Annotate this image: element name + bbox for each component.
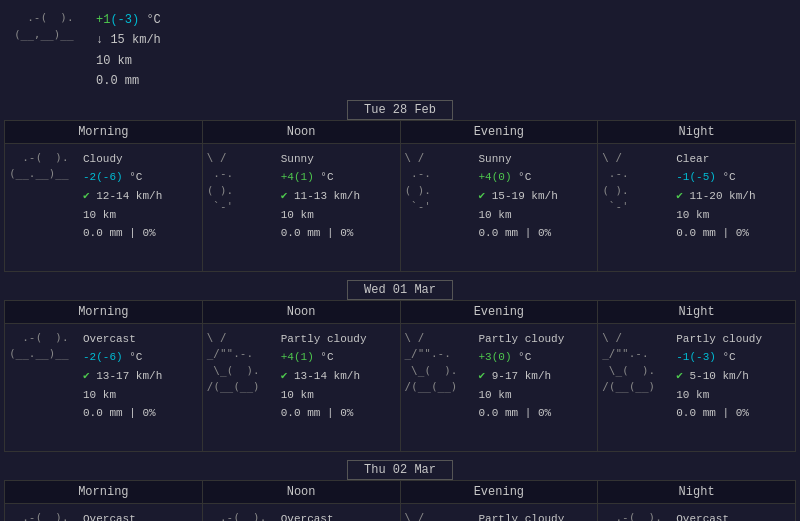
period-header-0-3: Night <box>598 121 795 144</box>
periods-row-2: Morning .-( ). (__.__)__Overcast1 °C✔ 1 … <box>4 480 796 521</box>
weather-app: .-( ). (__,__)__ +1(-3) °C ↓ 15 km/h 10 … <box>0 0 800 521</box>
condition-0-0: Cloudy <box>83 150 198 169</box>
temp-lo-1-2: (0) <box>492 351 512 363</box>
period-cell-1-2: Evening\ / _/"".-. \_( ). /(__(__)Partly… <box>401 301 599 451</box>
period-cell-0-0: Morning .-( ). (__.__)__Cloudy-2(-6) °C✔… <box>5 121 203 271</box>
temp-hi-1-3: -1 <box>676 351 689 363</box>
period-header-0-0: Morning <box>5 121 202 144</box>
ascii-art-1-3: \ / _/"".-. \_( ). /(__(__) <box>602 330 672 423</box>
period-header-1-0: Morning <box>5 301 202 324</box>
periods-row-1: Morning .-( ). (__.__)__Overcast-2(-6) °… <box>4 300 796 452</box>
temp-lo-0-1: (1) <box>294 171 314 183</box>
wind-check-0-1: ✔ <box>281 190 294 202</box>
period-content-1-1: \ / _/"".-. \_( ). /(__(__)Partly cloudy… <box>203 324 400 429</box>
temp-hi-1-2: +3 <box>479 351 492 363</box>
period-content-2-0: .-( ). (__.__)__Overcast1 °C✔ 1 km/h10 k… <box>5 504 202 521</box>
condition-0-2: Sunny <box>479 150 594 169</box>
precip-0-3: 0.0 mm | 0% <box>676 224 791 243</box>
period-header-2-3: Night <box>598 481 795 504</box>
wind-check-1-1: ✔ <box>281 370 294 382</box>
top-temp-lo: (-3) <box>110 13 139 27</box>
period-cell-1-1: Noon\ / _/"".-. \_( ). /(__(__)Partly cl… <box>203 301 401 451</box>
ascii-art-2-3: .-( ). (__.__)__ <box>602 510 672 521</box>
condition-1-2: Partly cloudy <box>479 330 594 349</box>
temp-1-1: +4(1) °C <box>281 348 396 367</box>
period-content-0-2: \ / .-. ( ). `-'Sunny+4(0) °C✔ 15-19 km/… <box>401 144 598 249</box>
wind-0-3: ✔ 11-20 km/h <box>676 187 791 206</box>
period-header-0-2: Evening <box>401 121 598 144</box>
vis-1-1: 10 km <box>281 386 396 405</box>
period-cell-2-1: Noon .-( ). (__.__)__Overcast+4(3) °C↓ 4… <box>203 481 401 521</box>
temp-1-3: -1(-3) °C <box>676 348 791 367</box>
vis-0-2: 10 km <box>479 206 594 225</box>
temp-lo-0-0: (-6) <box>96 171 122 183</box>
condition-0-1: Sunny <box>281 150 396 169</box>
period-content-0-3: \ / .-. ( ). `-'Clear-1(-5) °C✔ 11-20 km… <box>598 144 795 249</box>
period-cell-0-3: Night\ / .-. ( ). `-'Clear-1(-5) °C✔ 11-… <box>598 121 795 271</box>
condition-1-0: Overcast <box>83 330 198 349</box>
day-block-2: Thu 02 MarMorning .-( ). (__.__)__Overca… <box>4 460 796 521</box>
temp-hi-0-1: +4 <box>281 171 294 183</box>
temp-lo-1-0: (-6) <box>96 351 122 363</box>
wind-check-1-2: ✔ <box>479 370 492 382</box>
vis-1-3: 10 km <box>676 386 791 405</box>
ascii-art-0-3: \ / .-. ( ). `-' <box>602 150 672 243</box>
temp-lo-1-3: (-3) <box>689 351 715 363</box>
wind-1-3: ✔ 5-10 km/h <box>676 367 791 386</box>
period-content-1-2: \ / _/"".-. \_( ). /(__(__)Partly cloudy… <box>401 324 598 429</box>
temp-unit-0-2: °C <box>512 171 532 183</box>
precip-0-2: 0.0 mm | 0% <box>479 224 594 243</box>
wind-1-2: ✔ 9-17 km/h <box>479 367 594 386</box>
precip-1-2: 0.0 mm | 0% <box>479 404 594 423</box>
condition-2-1: Overcast <box>281 510 396 521</box>
wind-0-2: ✔ 15-19 km/h <box>479 187 594 206</box>
wind-check-1-0: ✔ <box>83 370 96 382</box>
precip-1-3: 0.0 mm | 0% <box>676 404 791 423</box>
top-temp: +1(-3) °C <box>96 10 161 30</box>
top-precip: 0.0 mm <box>96 71 161 91</box>
temp-unit-1-1: °C <box>314 351 334 363</box>
day-header-row-1: Wed 01 Mar <box>4 280 796 300</box>
top-summary: .-( ). (__,__)__ +1(-3) °C ↓ 15 km/h 10 … <box>4 4 796 100</box>
wind-1-1: ✔ 13-14 km/h <box>281 367 396 386</box>
weather-info-0-3: Clear-1(-5) °C✔ 11-20 km/h10 km0.0 mm | … <box>676 150 791 243</box>
temp-0-0: -2(-6) °C <box>83 168 198 187</box>
temp-lo-1-1: (1) <box>294 351 314 363</box>
temp-0-2: +4(0) °C <box>479 168 594 187</box>
weather-info-0-2: Sunny+4(0) °C✔ 15-19 km/h10 km0.0 mm | 0… <box>479 150 594 243</box>
day-block-0: Tue 28 FebMorning .-( ). (__.__)__Cloudy… <box>4 100 796 272</box>
temp-unit-0-1: °C <box>314 171 334 183</box>
period-cell-0-2: Evening\ / .-. ( ). `-'Sunny+4(0) °C✔ 15… <box>401 121 599 271</box>
temp-1-0: -2(-6) °C <box>83 348 198 367</box>
weather-info-2-3: Overcast2 °C✔ 3-5 km/h10 km0.0 mm | 0% <box>676 510 791 521</box>
periods-row-0: Morning .-( ). (__.__)__Cloudy-2(-6) °C✔… <box>4 120 796 272</box>
temp-unit-1-2: °C <box>512 351 532 363</box>
period-header-2-2: Evening <box>401 481 598 504</box>
condition-2-2: Partly cloudy <box>479 510 594 521</box>
period-cell-2-3: Night .-( ). (__.__)__Overcast2 °C✔ 3-5 … <box>598 481 795 521</box>
temp-hi-0-3: -1 <box>676 171 689 183</box>
top-wind: ↓ 15 km/h <box>96 30 161 50</box>
temp-lo-0-2: (0) <box>492 171 512 183</box>
period-header-0-1: Noon <box>203 121 400 144</box>
top-vis: 10 km <box>96 51 161 71</box>
weather-info-0-1: Sunny+4(1) °C✔ 11-13 km/h10 km0.0 mm | 0… <box>281 150 396 243</box>
weather-info-2-1: Overcast+4(3) °C↓ 4 km/h10 km0.0 mm | 0% <box>281 510 396 521</box>
period-content-1-3: \ / _/"".-. \_( ). /(__(__)Partly cloudy… <box>598 324 795 429</box>
weather-info-1-3: Partly cloudy-1(-3) °C✔ 5-10 km/h10 km0.… <box>676 330 791 423</box>
weather-info-1-0: Overcast-2(-6) °C✔ 13-17 km/h10 km0.0 mm… <box>83 330 198 423</box>
wind-1-0: ✔ 13-17 km/h <box>83 367 198 386</box>
temp-unit-1-3: °C <box>716 351 736 363</box>
period-content-0-0: .-( ). (__.__)__Cloudy-2(-6) °C✔ 12-14 k… <box>5 144 202 249</box>
precip-0-0: 0.0 mm | 0% <box>83 224 198 243</box>
ascii-art-2-2: \ / _/"".-. \_( ). /(__(__) <box>405 510 475 521</box>
period-header-2-1: Noon <box>203 481 400 504</box>
period-content-2-3: .-( ). (__.__)__Overcast2 °C✔ 3-5 km/h10… <box>598 504 795 521</box>
wind-check-0-0: ✔ <box>83 190 96 202</box>
ascii-art-1-2: \ / _/"".-. \_( ). /(__(__) <box>405 330 475 423</box>
vis-0-0: 10 km <box>83 206 198 225</box>
day-block-1: Wed 01 MarMorning .-( ). (__.__)__Overca… <box>4 280 796 452</box>
period-header-1-1: Noon <box>203 301 400 324</box>
temp-1-2: +3(0) °C <box>479 348 594 367</box>
period-content-1-0: .-( ). (__.__)__Overcast-2(-6) °C✔ 13-17… <box>5 324 202 429</box>
